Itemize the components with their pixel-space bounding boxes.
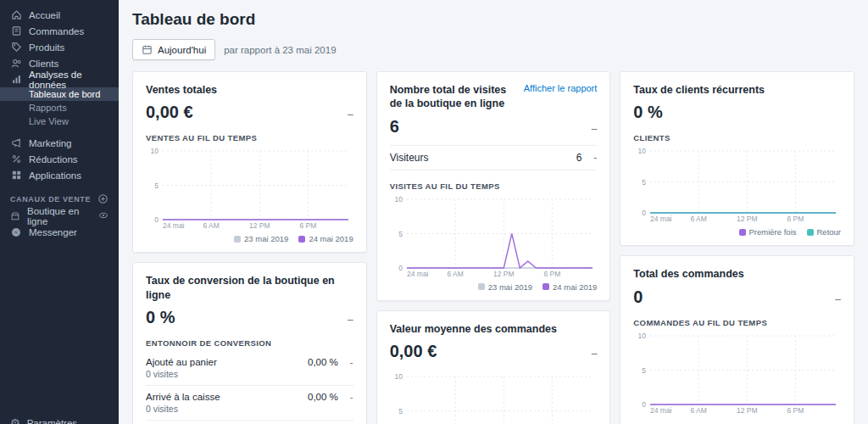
svg-text:10: 10 — [638, 332, 647, 340]
card-visites-boutique: Nombre total de visites de la boutique e… — [376, 71, 611, 301]
section-label: VENTES AU FIL DU TEMPS — [146, 133, 353, 142]
legend-marker — [739, 229, 746, 236]
sidebar-item-marketing[interactable]: Marketing — [0, 135, 119, 151]
sidebar-item-messenger[interactable]: Messenger — [0, 224, 119, 240]
card-value: 6 — [390, 117, 399, 137]
funnel-sub: 0 visites — [146, 404, 308, 414]
svg-text:10: 10 — [638, 147, 647, 155]
card-title: Taux de conversion de la boutique en lig… — [146, 274, 353, 302]
svg-text:6 PM: 6 PM — [543, 270, 560, 278]
chart-legend: 23 mai 2019 24 mai 2019 — [390, 282, 598, 292]
card-value: 0 % — [633, 103, 662, 122]
card-title: Ventes totales — [146, 83, 217, 97]
sidebar-item-boutique-en-ligne[interactable]: Boutique en ligne — [0, 208, 119, 224]
chart-legend: Première fois Retour — [633, 227, 841, 237]
legend-label: Première fois — [749, 227, 797, 237]
products-icon — [10, 42, 22, 53]
date-picker-button[interactable]: Aujourd'hui — [132, 39, 215, 60]
svg-text:6 PM: 6 PM — [787, 406, 804, 415]
page-title: Tableau de bord — [132, 10, 854, 29]
grid-column-1: Ventes totales 0,00 € – VENTES AU FIL DU… — [132, 71, 367, 424]
sidebar-subitem-rapports[interactable]: Rapports — [0, 101, 119, 114]
svg-text:10: 10 — [151, 147, 159, 155]
sidebar-item-applications[interactable]: Applications — [0, 167, 119, 183]
funnel-label: Ajouté au panier — [146, 357, 308, 367]
divider — [0, 128, 119, 135]
legend-item: Retour — [807, 227, 842, 237]
sidebar-item-accueil[interactable]: Accueil — [0, 7, 119, 23]
analytics-icon — [10, 74, 22, 86]
sidebar-item-reductions[interactable]: Réductions — [0, 151, 119, 167]
change-indicator: - — [350, 357, 353, 367]
legend-label: Retour — [817, 227, 842, 237]
sales-channels-header: CANAUX DE VENTE — [0, 183, 119, 208]
svg-text:24 mai: 24 mai — [650, 215, 672, 223]
legend-item: 24 mai 2019 — [542, 282, 597, 292]
svg-text:5: 5 — [643, 178, 647, 187]
section-label: VISITES AU FIL DU TEMPS — [390, 181, 598, 191]
sidebar-subitem-live-view[interactable]: Live View — [0, 114, 119, 128]
valeur-line-chart: 24 mai6 AM12 PM6 PM0510 — [390, 371, 598, 424]
funnel-row-caisse: Arrivé à la caisse 0 visites 0,00 % - — [146, 386, 353, 421]
main-content: Tableau de bord Aujourd'hui par rapport … — [119, 0, 868, 424]
apps-icon — [10, 170, 22, 181]
add-channel-icon[interactable] — [97, 193, 108, 204]
legend-label: 24 mai 2019 — [309, 234, 353, 243]
sidebar-item-analyses[interactable]: Analyses de données — [0, 71, 119, 87]
legend-marker — [542, 283, 549, 290]
card-value: 0,00 € — [146, 103, 193, 122]
card-total-commandes: Total des commandes 0 – COMMANDES AU FIL… — [620, 255, 854, 424]
svg-text:12 PM: 12 PM — [249, 221, 270, 230]
clients-icon — [10, 58, 22, 70]
legend-marker — [234, 236, 241, 243]
stat-label: Visiteurs — [390, 152, 576, 164]
sidebar-item-label: Marketing — [29, 138, 72, 148]
date-filter-row: Aujourd'hui par rapport à 23 mai 2019 — [132, 39, 854, 60]
sidebar-item-commandes[interactable]: Commandes — [0, 23, 119, 39]
sidebar-item-label: Applications — [29, 170, 81, 181]
stat-value: 6 — [576, 152, 582, 164]
change-indicator: – — [835, 293, 841, 305]
sidebar-item-label: Boutique en ligne — [27, 206, 92, 226]
legend-item: 24 mai 2019 — [298, 234, 353, 243]
svg-text:6 AM: 6 AM — [691, 215, 707, 223]
sidebar-item-parametres[interactable]: ⚙ Paramètres — [0, 414, 119, 424]
eye-icon[interactable] — [98, 210, 108, 222]
change-indicator: - — [350, 392, 353, 402]
svg-text:10: 10 — [394, 372, 403, 381]
funnel-label: Arrivé à la caisse — [146, 392, 308, 402]
svg-text:12 PM: 12 PM — [737, 406, 758, 415]
svg-text:0: 0 — [643, 209, 647, 217]
funnel-row-converties: Visites converties 0 visites 0,00 % - — [146, 421, 353, 424]
sidebar-item-label: Réductions — [29, 154, 78, 165]
svg-text:24 mai: 24 mai — [163, 221, 185, 230]
afficher-rapport-link[interactable]: Afficher le rapport — [524, 83, 598, 93]
funnel-sub: 0 visites — [146, 369, 308, 379]
legend-marker — [298, 236, 305, 243]
sidebar-item-produits[interactable]: Produits — [0, 39, 119, 55]
funnel-row-panier: Ajouté au panier 0 visites 0,00 % - — [146, 351, 353, 386]
card-value: 0,00 € — [390, 342, 437, 361]
home-icon — [10, 9, 22, 21]
compare-text: par rapport à 23 mai 2019 — [224, 45, 336, 55]
gear-icon: ⚙ — [10, 417, 20, 424]
chart-legend: 23 mai 2019 24 mai 2019 — [146, 234, 353, 243]
svg-text:0: 0 — [398, 264, 403, 272]
section-label: COMMANDES AU FIL DU TEMPS — [633, 318, 841, 327]
visites-line-chart: 24 mai6 AM12 PM6 PM0510 — [390, 194, 598, 279]
sidebar-item-label: Clients — [29, 59, 58, 69]
funnel-pct: 0,00 % — [308, 357, 338, 367]
svg-text:6 PM: 6 PM — [787, 215, 804, 223]
change-indicator: – — [592, 123, 598, 135]
card-taux-conversion: Taux de conversion de la boutique en lig… — [132, 262, 367, 424]
svg-text:6 AM: 6 AM — [203, 221, 219, 230]
grid-column-2: Nombre total de visites de la boutique e… — [376, 71, 611, 424]
svg-text:5: 5 — [154, 181, 159, 190]
svg-text:6 AM: 6 AM — [447, 270, 463, 278]
svg-text:5: 5 — [398, 406, 403, 415]
dashboard-grid: Ventes totales 0,00 € – VENTES AU FIL DU… — [132, 71, 854, 424]
svg-text:0: 0 — [643, 400, 647, 409]
card-title: Valeur moyenne des commandes — [390, 322, 557, 336]
change-indicator: – — [348, 109, 353, 120]
card-title: Total des commandes — [633, 267, 743, 281]
